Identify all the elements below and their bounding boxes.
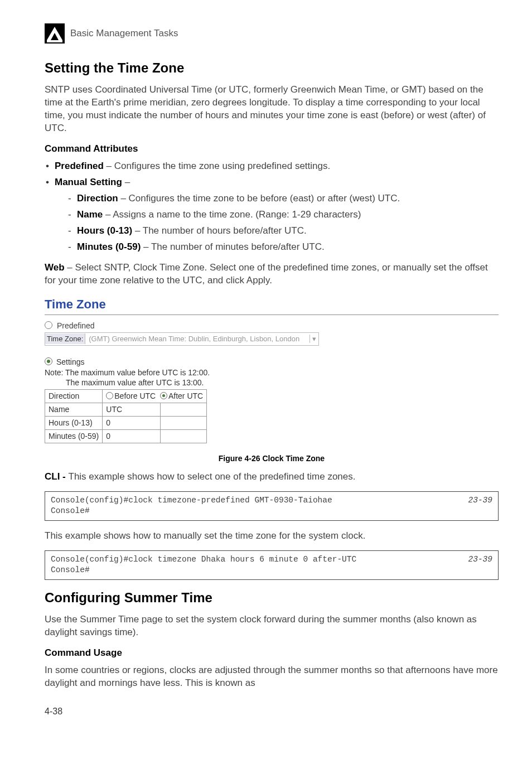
cell-name-spacer [161, 403, 207, 417]
code2-ref: 23-39 [468, 554, 492, 565]
sub-direction: Direction – Configures the time zone to … [67, 192, 499, 205]
page-number: 4-38 [45, 705, 499, 718]
row-direction: Direction Before UTC After UTC [45, 390, 207, 403]
settings-radio-row: Settings [45, 357, 499, 367]
web-paragraph: Web – Select SNTP, Clock Time Zone. Sele… [45, 262, 499, 287]
command-attributes-heading: Command Attributes [45, 143, 499, 156]
cli-between-text: This example shows how to manually set t… [45, 530, 499, 543]
name-label: Name [77, 209, 103, 220]
cli-text: This example shows how to select one of … [69, 471, 356, 482]
chapter-badge [45, 23, 65, 43]
row-minutes: Minutes (0-59) 0 [45, 430, 207, 443]
before-utc-label: Before UTC [114, 391, 156, 400]
bullet-predefined: Predefined – Configures the time zone us… [45, 160, 499, 173]
direction-label: Direction [77, 193, 118, 204]
code2-line1: Console(config)#clock timezone Dhaka hou… [51, 555, 356, 564]
manual-label: Manual Setting [55, 177, 122, 187]
row-hours: Hours (0-13) 0 [45, 417, 207, 430]
manual-text: – [122, 177, 130, 187]
before-utc-radio[interactable] [106, 392, 113, 399]
minutes-text: – The number of minutes before/after UTC… [141, 241, 324, 252]
cell-hours-value[interactable]: 0 [103, 417, 161, 430]
predefined-radio-label: Predefined [57, 321, 95, 330]
cell-hours-label: Hours (0-13) [45, 417, 103, 430]
bullet-manual: Manual Setting – Direction – Configures … [45, 176, 499, 254]
timezone-panel-title: Time Zone [45, 296, 499, 313]
figure-caption: Figure 4-26 Clock Time Zone [45, 453, 499, 464]
timezone-select-row: Time Zone:(GMT) Greenwich Mean Time: Dub… [45, 332, 319, 346]
web-text: – Select SNTP, Clock Time Zone. Select o… [45, 262, 488, 286]
settings-note1: Note: The maximum value before UTC is 12… [45, 367, 499, 378]
manual-sublist: Direction – Configures the time zone to … [67, 192, 499, 254]
cell-minutes-spacer [161, 430, 207, 443]
cell-minutes-value[interactable]: 0 [103, 430, 161, 443]
attribute-list: Predefined – Configures the time zone us… [45, 160, 499, 254]
after-utc-radio[interactable] [160, 392, 167, 399]
cell-name-label: Name [45, 403, 103, 417]
settings-table: Direction Before UTC After UTC Name UTC … [45, 389, 207, 443]
cell-name-value[interactable]: UTC [103, 403, 161, 417]
command-usage-heading: Command Usage [45, 647, 499, 660]
predefined-radio[interactable] [45, 321, 52, 329]
command-usage-text: In some countries or regions, clocks are… [45, 664, 499, 690]
code-block-1: Console(config)#clock timezone-predefine… [45, 491, 499, 521]
code1-line2: Console# [51, 506, 90, 515]
summer-intro: Use the Summer Time page to set the syst… [45, 613, 499, 639]
timezone-select-value[interactable]: (GMT) Greenwich Mean Time: Dublin, Edinb… [85, 333, 309, 345]
hours-text: – The number of hours before/after UTC. [132, 225, 306, 236]
page-header: Basic Management Tasks [45, 23, 499, 43]
cell-minutes-label: Minutes (0-59) [45, 430, 103, 443]
cli-label: CLI - [45, 471, 69, 482]
sub-hours: Hours (0-13) – The number of hours befor… [67, 225, 499, 238]
cli-intro: CLI - This example shows how to select o… [45, 471, 499, 483]
name-text: – Assigns a name to the time zone. (Rang… [103, 209, 361, 220]
code2-line2: Console# [51, 565, 90, 574]
settings-block: Settings Note: The maximum value before … [45, 357, 499, 443]
code-block-2: Console(config)#clock timezone Dhaka hou… [45, 550, 499, 580]
predefined-radio-row: Predefined [45, 321, 499, 331]
web-label: Web [45, 262, 65, 273]
settings-label: Settings [56, 357, 85, 366]
sub-name: Name – Assigns a name to the time zone. … [67, 209, 499, 221]
code1-line1: Console(config)#clock timezone-predefine… [51, 496, 332, 505]
divider [45, 315, 499, 315]
sub-minutes: Minutes (0-59) – The number of minutes b… [67, 241, 499, 254]
cell-hours-spacer [161, 417, 207, 430]
section-title-timezone: Setting the Time Zone [45, 59, 499, 77]
svg-rect-2 [47, 40, 62, 42]
direction-text: – Configures the time zone to be before … [118, 193, 400, 204]
settings-radio[interactable] [45, 357, 52, 365]
breadcrumb: Basic Management Tasks [70, 27, 178, 40]
row-name: Name UTC [45, 403, 207, 417]
predefined-text: – Configures the time zone using predefi… [104, 161, 330, 171]
cell-direction-value: Before UTC After UTC [103, 390, 207, 403]
intro-paragraph: SNTP uses Coordinated Universal Time (or… [45, 84, 499, 135]
settings-note2: The maximum value after UTC is 13:00. [45, 378, 499, 388]
cell-direction-label: Direction [45, 390, 103, 403]
dropdown-icon[interactable]: ▾ [309, 335, 318, 343]
timezone-select-label: Time Zone: [45, 333, 85, 344]
minutes-label: Minutes (0-59) [77, 241, 141, 252]
after-utc-label: After UTC [168, 391, 203, 400]
predefined-label: Predefined [55, 161, 104, 171]
section-title-summer: Configuring Summer Time [45, 589, 499, 607]
code1-ref: 23-39 [468, 495, 492, 506]
hours-label: Hours (0-13) [77, 225, 132, 236]
